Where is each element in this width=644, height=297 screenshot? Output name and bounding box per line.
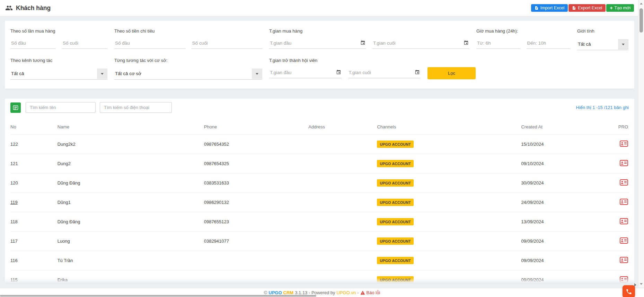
filter-channel: Theo kênh tương tác Tất cả [10, 58, 107, 80]
table-header: No Name Phone Address Channels Created A… [10, 119, 629, 135]
scroll-down-arrow-icon[interactable] [638, 281, 644, 287]
calendar-icon[interactable] [413, 70, 421, 76]
cell-address [308, 154, 377, 173]
filter-member-since-label: T.gian trở thành hội viên [269, 58, 421, 63]
facility-select[interactable]: Tất cả cơ sở [114, 68, 262, 80]
table-row[interactable]: 116 Tú Trần UPGO ACCOUNT 09/09/2024 [10, 251, 629, 270]
member-since-to-field [348, 68, 421, 78]
phone-fab-button[interactable] [623, 285, 635, 297]
plus-icon: + [610, 6, 612, 10]
channel-select-value: Tất cả [11, 71, 24, 76]
spend-amount-to-input[interactable] [192, 38, 263, 49]
table-row[interactable]: 118 Dũng Đăng 0987655123 UPGO ACCOUNT 13… [10, 212, 629, 232]
filter-gender: Giới tính Tất cả [577, 28, 628, 50]
gender-select-button[interactable] [618, 39, 628, 50]
warning-triangle-icon [360, 290, 365, 295]
cell-address [308, 251, 377, 270]
vertical-scrollbar[interactable] [638, 0, 644, 287]
cell-created-at: 24/09/2024 [521, 193, 595, 212]
filter-panel: Theo số lần mua hàng Theo số tiền chi ti… [5, 21, 634, 89]
column-header-channels: Channels [377, 119, 521, 135]
scroll-up-arrow-icon[interactable] [638, 1, 644, 6]
filter-purchase-hour-label: Giờ mua hàng (24h): [476, 28, 570, 34]
cell-channels: UPGO ACCOUNT [377, 212, 521, 232]
footer-report-link[interactable]: Báo lỗi [360, 290, 380, 295]
cell-no: 117 [10, 232, 58, 251]
table-row[interactable]: 122 Dung2k2 0987654352 UPGO ACCOUNT 15/1… [10, 135, 629, 154]
footer-site-link[interactable]: UPGO.vn [337, 290, 356, 295]
table-row[interactable]: 121 Dung2 0987654325 UPGO ACCOUNT 09/10/… [10, 154, 629, 173]
channel-badge: UPGO ACCOUNT [377, 199, 414, 206]
calendar-icon[interactable] [358, 40, 366, 47]
channel-select[interactable]: Tất cả [10, 68, 107, 80]
table-row[interactable]: 117 Luong 0382941077 UPGO ACCOUNT 09/09/… [10, 232, 629, 251]
contact-card-icon[interactable] [620, 179, 628, 187]
import-excel-button[interactable]: Import Excel [531, 4, 568, 12]
purchase-count-from-input[interactable] [10, 38, 56, 49]
cell-channels: UPGO ACCOUNT [377, 232, 521, 251]
search-phone-input[interactable] [100, 102, 172, 113]
phone-icon [626, 288, 632, 295]
cell-name: Luong [58, 232, 204, 251]
topbar-actions: Import Excel Export Excel + Tạo mới [531, 4, 634, 12]
gender-select[interactable]: Tất cả [577, 38, 628, 50]
cell-created-at: 09/09/2024 [521, 251, 595, 270]
vertical-scrollbar-thumb[interactable] [639, 8, 643, 33]
list-view-button[interactable] [10, 102, 21, 113]
contact-card-icon[interactable] [620, 218, 628, 225]
horizontal-scrollbar-thumb[interactable] [0, 295, 316, 297]
contact-card-icon[interactable] [620, 237, 628, 245]
footer-brand-upgo[interactable]: UPGO [268, 290, 282, 295]
cell-phone: 0987655123 [204, 212, 309, 232]
member-since-from-input[interactable] [269, 68, 334, 78]
filter-spend-amount-label: Theo số tiền chi tiêu [114, 28, 262, 34]
contact-card-icon[interactable] [620, 276, 628, 283]
facility-select-button[interactable] [252, 69, 262, 79]
create-new-button[interactable]: + Tạo mới [606, 4, 634, 12]
table-row[interactable]: 115 Erika UPGO ACCOUNT 09/09/2024 [10, 270, 629, 283]
member-since-from-field [269, 68, 342, 78]
contact-card-icon[interactable] [620, 141, 628, 148]
contact-card-icon[interactable] [620, 199, 628, 206]
purchase-hour-from-input[interactable] [476, 38, 520, 49]
cell-pro [596, 193, 629, 212]
cell-channels: UPGO ACCOUNT [377, 270, 521, 283]
column-header-no: No [10, 119, 58, 135]
cell-address [308, 193, 377, 212]
purchase-hour-to-input[interactable] [527, 38, 571, 49]
records-info-link[interactable]: Hiển thị 1 -15 /121 bản ghi [576, 105, 629, 110]
table-row[interactable]: 120 Dũng Đăng 0383531633 UPGO ACCOUNT 30… [10, 173, 629, 193]
table-row[interactable]: 119 Dũng1 0986290132 UPGO ACCOUNT 24/09/… [10, 193, 629, 212]
column-header-name: Name [58, 119, 204, 135]
customer-table: No Name Phone Address Channels Created A… [10, 119, 629, 283]
member-since-to-input[interactable] [348, 68, 413, 78]
filter-row-1: Theo số lần mua hàng Theo số tiền chi ti… [10, 28, 629, 50]
cell-created-at: 09/09/2024 [521, 232, 595, 251]
calendar-icon[interactable] [334, 70, 342, 76]
contact-card-icon[interactable] [620, 257, 628, 264]
purchase-count-to-input[interactable] [62, 38, 107, 49]
filter-purchase-hour: Giờ mua hàng (24h): [476, 28, 570, 49]
spend-amount-from-input[interactable] [114, 38, 185, 49]
purchase-time-from-input[interactable] [269, 38, 358, 48]
table-toolbar: Hiển thị 1 -15 /121 bản ghi [10, 102, 629, 113]
export-excel-button[interactable]: Export Excel [568, 4, 606, 12]
cell-no: 119 [10, 193, 58, 212]
cell-address [308, 232, 377, 251]
footer-copyright: © [264, 290, 267, 295]
customer-table-panel: Hiển thị 1 -15 /121 bản ghi No Name Phon… [5, 99, 634, 283]
channel-select-button[interactable] [97, 69, 107, 79]
filter-purchase-count: Theo số lần mua hàng [10, 28, 107, 49]
purchase-time-to-input[interactable] [372, 38, 461, 48]
filter-submit-button[interactable]: Lọc [427, 67, 476, 79]
page-title-text: Khách hàng [16, 4, 51, 12]
search-name-input[interactable] [26, 102, 96, 113]
calendar-icon[interactable] [461, 40, 469, 47]
cell-no: 120 [10, 173, 58, 193]
filter-facility: Từng tương tác với cơ sở: Tất cả cơ sở [114, 58, 262, 80]
contact-card-icon[interactable] [620, 160, 628, 167]
cell-created-at: 09/10/2024 [521, 154, 595, 173]
cell-name: Dũng Đăng [58, 212, 204, 232]
gender-select-value: Tất cả [578, 42, 591, 47]
cell-pro [596, 135, 629, 154]
